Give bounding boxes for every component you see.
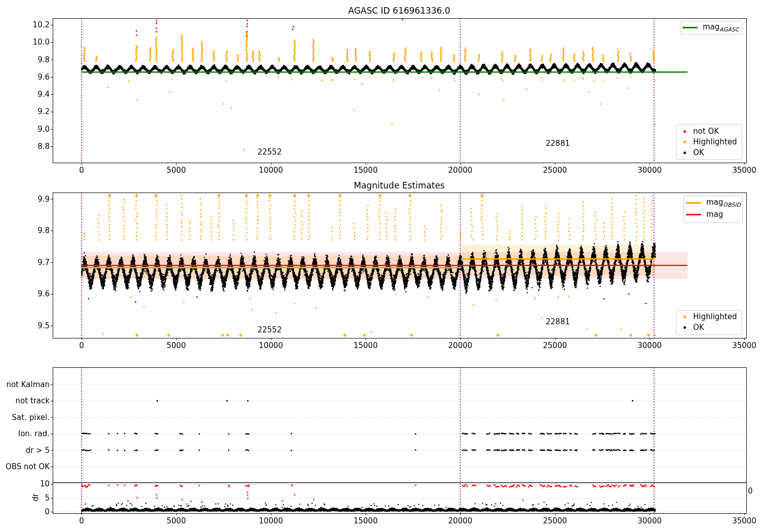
x-tick-label: 30000 bbox=[629, 166, 670, 175]
legend-line-swatch bbox=[686, 202, 701, 204]
y-tick-label: 9.4 bbox=[2, 90, 50, 98]
x-tick-label: 10000 bbox=[251, 166, 291, 175]
y-tick-label: 9.8 bbox=[2, 226, 50, 235]
dr-tick-label: 10 bbox=[2, 480, 50, 488]
x-tick-label: 15000 bbox=[346, 516, 386, 525]
legend-dot-marker bbox=[683, 326, 686, 329]
legend-dot-marker bbox=[683, 130, 686, 133]
legend-dot-marker bbox=[683, 141, 686, 143]
plot2-marker-legend-item: OK bbox=[678, 323, 704, 332]
y-tick-label: 9.0 bbox=[2, 125, 50, 133]
category-label: dr > 5 bbox=[2, 446, 50, 454]
legend-item-label: OK bbox=[693, 148, 704, 157]
x-tick-label: 0 bbox=[61, 341, 102, 350]
category-label: not Kalman bbox=[2, 381, 50, 389]
obsid-annotation: 22552 bbox=[257, 325, 282, 334]
y-tick-label: 9.7 bbox=[2, 258, 50, 267]
figure: AGASC ID 616961336.0 Magnitude Estimates… bbox=[0, 0, 760, 532]
x-tick-label: 20000 bbox=[440, 341, 480, 350]
obsid-annotation: 22881 bbox=[546, 317, 570, 326]
category-label: Sat. pixel. bbox=[2, 413, 50, 422]
plots-canvas bbox=[0, 0, 760, 532]
legend-item-label: OK bbox=[693, 323, 704, 332]
dr-tick-label: 5 bbox=[2, 494, 50, 502]
x-tick-label: 25000 bbox=[535, 516, 575, 525]
legend-dot-marker bbox=[683, 316, 686, 318]
legend-item-label: magAGASC bbox=[703, 22, 739, 33]
plot1-marker-legend-item: not OK bbox=[678, 127, 719, 136]
y-tick-label: 10.0 bbox=[2, 38, 50, 46]
x-tick-label: 35000 bbox=[724, 166, 760, 175]
y-tick-label: 9.5 bbox=[2, 322, 50, 330]
plot2-line-legend-item: magOBSID bbox=[686, 198, 741, 208]
x-tick-label: 5000 bbox=[156, 166, 197, 175]
x-tick-label: 20000 bbox=[440, 166, 480, 175]
legend-item-label-subscript: AGASC bbox=[719, 26, 739, 33]
category-label: not track bbox=[2, 397, 50, 405]
x-tick-label: 20000 bbox=[440, 516, 480, 525]
plot2-marker-legend-item: Highlighted bbox=[678, 312, 737, 321]
plot1-marker-legend-item: OK bbox=[678, 148, 704, 157]
x-tick-label: 10000 bbox=[251, 341, 291, 350]
plot2-line-legend-item: mag bbox=[686, 210, 723, 219]
plot1-marker-legend-item: Highlighted bbox=[678, 137, 737, 146]
category-label: Ion. rad. bbox=[2, 430, 50, 438]
y-tick-label: 10.2 bbox=[2, 21, 50, 29]
legend-item-label: Highlighted bbox=[693, 312, 737, 321]
legend-item-label-subscript: OBSID bbox=[723, 202, 741, 208]
x-tick-label: 30000 bbox=[629, 341, 670, 350]
legend-item-label: magOBSID bbox=[706, 198, 741, 208]
x-tick-label: 35000 bbox=[724, 516, 760, 525]
plot1-line-legend: magAGASC bbox=[680, 21, 743, 35]
y-tick-label: 8.8 bbox=[2, 142, 50, 150]
x-tick-label: 15000 bbox=[346, 341, 386, 350]
obsid-annotation: 22881 bbox=[546, 139, 570, 148]
x-tick-label: 25000 bbox=[535, 166, 575, 175]
plot1-title: AGASC ID 616961336.0 bbox=[273, 6, 526, 16]
category-label: OBS not OK bbox=[2, 463, 50, 471]
y-tick-label: 9.6 bbox=[2, 73, 50, 81]
x-tick-label: 30000 bbox=[629, 516, 670, 525]
legend-item-label: not OK bbox=[693, 127, 719, 136]
right-axis-zero-label: 0 bbox=[748, 486, 753, 496]
y-tick-label: 9.9 bbox=[2, 195, 50, 203]
plot2-title: Magnitude Estimates bbox=[273, 180, 526, 191]
dr-tick-label: 0 bbox=[2, 508, 50, 516]
plot1-marker-legend: not OKHighlightedOK bbox=[676, 124, 742, 160]
x-tick-label: 10000 bbox=[251, 516, 291, 525]
x-tick-label: 0 bbox=[61, 516, 102, 525]
plot1-line-legend-item: magAGASC bbox=[682, 22, 739, 33]
x-tick-label: 15000 bbox=[346, 166, 386, 175]
x-tick-label: 5000 bbox=[156, 341, 197, 350]
plot2-line-legend: magOBSIDmag bbox=[683, 196, 743, 223]
x-tick-label: 35000 bbox=[724, 341, 760, 350]
legend-line-swatch bbox=[682, 27, 698, 28]
x-tick-label: 0 bbox=[61, 166, 102, 175]
x-tick-label: 5000 bbox=[156, 516, 197, 525]
y-tick-label: 9.8 bbox=[2, 56, 50, 64]
plot2-marker-legend: HighlightedOK bbox=[676, 310, 742, 335]
legend-item-label: Highlighted bbox=[693, 137, 737, 146]
x-tick-label: 25000 bbox=[535, 341, 575, 350]
legend-item-label: mag bbox=[706, 210, 723, 219]
y-tick-label: 9.6 bbox=[2, 290, 50, 298]
obsid-annotation: 22552 bbox=[257, 147, 282, 157]
legend-dot-marker bbox=[683, 151, 686, 154]
legend-line-swatch bbox=[686, 214, 701, 215]
y-tick-label: 9.2 bbox=[2, 107, 50, 116]
